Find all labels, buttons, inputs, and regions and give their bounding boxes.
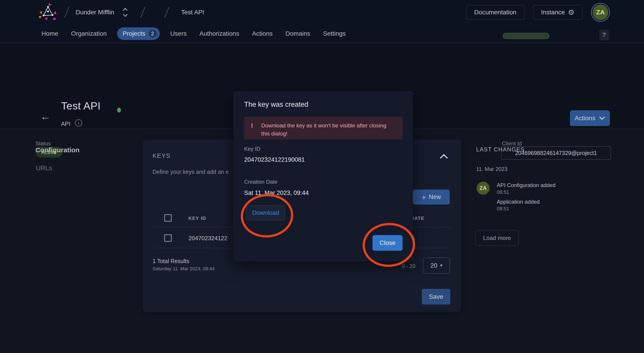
active-status-dot-icon [117,108,121,113]
tab-projects[interactable]: Projects 2 [117,27,160,40]
info-icon[interactable]: i [75,119,82,126]
tab-authorizations[interactable]: Authorizations [200,30,239,37]
creation-date-label: Creation Date [244,179,277,185]
close-button[interactable]: Close [372,235,402,251]
collapse-chevron-icon[interactable] [439,153,448,161]
breadcrumb-org[interactable]: Dunder Mifflin [76,9,114,16]
new-key-button[interactable]: + New [413,190,450,205]
row-key-id: 204702324122 [188,235,228,242]
client-id-label: Client Id [502,140,522,147]
select-all-checkbox[interactable] [164,214,172,222]
change-event-time: 08:51 [497,189,556,195]
status-label: Status [36,140,51,147]
last-changes-date: 11. Mar 2023 [476,166,508,172]
creation-date-value: Sat 11. Mar 2023, 09:44 [244,190,309,196]
change-event: API Configuration added 08:51 [497,182,556,195]
gear-icon: ⚙ [568,8,574,16]
new-key-label: New [429,194,441,201]
page-size-value: 20 [430,262,437,269]
usage-meter [503,33,549,39]
plus-icon: + [422,193,426,201]
actions-dropdown-button[interactable]: Actions [570,110,610,126]
load-more-button[interactable]: Load more [475,230,519,246]
download-warning: ! Download the key as it won't be visibl… [244,117,402,139]
page-size-dropdown[interactable]: 20 ▾ [423,258,450,274]
tab-organization[interactable]: Organization [71,30,107,37]
key-created-dialog: The key was created ! Download the key a… [233,91,413,262]
download-button[interactable]: Download [246,205,285,220]
key-id-label: Key ID [244,146,260,152]
org-switcher-icon[interactable] [122,6,128,18]
change-event: Application added 08:51 [497,199,540,212]
last-changes-title: LAST CHANGES [476,146,525,153]
column-header-key-id: KEY ID [188,216,206,221]
pagination-range: 0 - 20 [402,263,415,269]
warning-icon: ! [251,122,253,130]
key-id-value: 204702324122190081 [244,156,305,163]
total-results-date: Saturday 11. Mar 2023, 09:44 [152,266,214,271]
change-event-time: 08:51 [497,206,540,212]
help-button[interactable]: ? [599,29,609,40]
keys-card-title: KEYS [152,152,170,159]
tab-settings[interactable]: Settings [323,30,346,37]
documentation-label: Documentation [474,9,516,16]
chevron-down-icon [599,116,605,120]
breadcrumb-project[interactable]: Test API [181,9,204,16]
change-author-avatar: ZA [476,182,490,195]
tab-domains[interactable]: Domains [286,30,310,37]
total-results: 1 Total Results [152,258,190,264]
top-navbar: Dunder Mifflin Test API Documentation In… [0,0,644,25]
app-logo[interactable] [38,2,58,22]
tab-projects-label: Projects [122,30,145,37]
page-title: Test API [61,100,100,112]
config-section-title: Configuration [36,146,80,154]
warning-text: Download the key as it won't be visible … [261,122,394,137]
breadcrumb-slash-icon [164,7,170,18]
back-button[interactable]: ← [40,110,51,122]
documentation-button[interactable]: Documentation [466,5,524,20]
change-event-label: API Configuration added [497,182,556,188]
breadcrumb-slash-icon [64,7,69,18]
save-button[interactable]: Save [422,289,450,305]
sidebar-item-urls[interactable]: URLs [36,164,52,172]
instance-button[interactable]: Instance ⚙ [533,5,582,20]
instance-label: Instance [541,9,565,16]
caret-down-icon: ▾ [440,263,442,269]
row-checkbox[interactable] [164,234,172,242]
tab-home[interactable]: Home [42,30,58,37]
keys-card-description: Define your keys and add an e [152,169,229,175]
dialog-title: The key was created [244,100,308,108]
page-subtitle: API [61,120,70,127]
user-avatar[interactable]: ZA [591,3,610,22]
avatar-initials: ZA [592,4,608,20]
actions-label: Actions [575,115,595,122]
change-event-label: Application added [497,199,540,205]
projects-count-badge: 2 [148,29,156,38]
tab-actions[interactable]: Actions [252,30,273,37]
app-screen: Dunder Mifflin Test API Documentation In… [0,0,644,353]
breadcrumb-slash-icon [140,7,146,18]
tab-users[interactable]: Users [170,30,187,37]
